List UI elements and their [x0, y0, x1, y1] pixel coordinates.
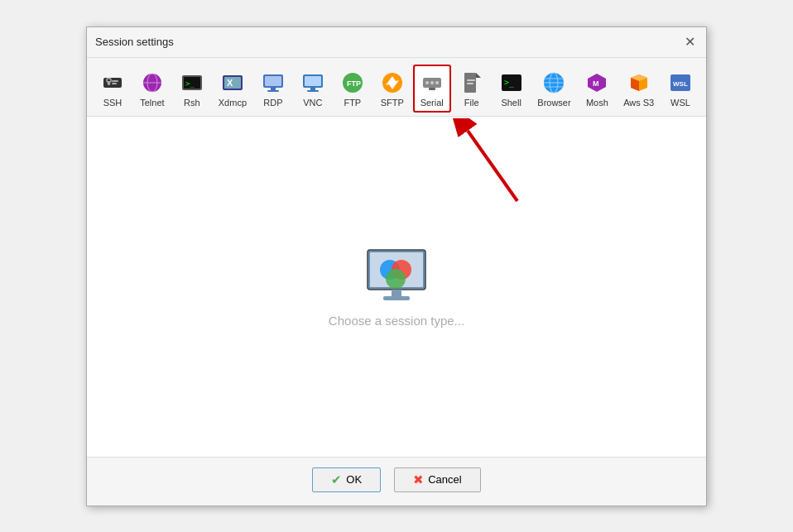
shell-label: Shell: [501, 98, 521, 108]
svg-point-26: [425, 81, 429, 84]
serial-icon: [419, 69, 445, 96]
svg-rect-52: [392, 290, 401, 296]
ftp-icon: FTP: [339, 69, 366, 96]
session-settings-dialog: Session settings ✕ SSHTelnet>_RshXXdmcpR…: [86, 26, 707, 506]
cancel-icon: ✖: [413, 472, 424, 487]
svg-rect-53: [383, 296, 410, 300]
svg-rect-15: [265, 76, 281, 86]
toolbar-item-xdmcp[interactable]: XXdmcp: [213, 65, 252, 113]
toolbar-item-shell[interactable]: >_Shell: [493, 65, 531, 113]
toolbar-item-telnet[interactable]: Telnet: [133, 65, 171, 113]
titlebar: Session settings ✕: [87, 27, 706, 58]
ok-icon: ✔: [331, 472, 342, 487]
xdmcp-label: Xdmcp: [219, 98, 247, 108]
browser-label: Browser: [537, 98, 570, 108]
ftp-label: FTP: [344, 98, 361, 108]
file-label: File: [464, 98, 479, 108]
svg-text:>_: >_: [504, 78, 515, 88]
awss3-label: Aws S3: [623, 98, 654, 108]
svg-rect-29: [429, 88, 435, 90]
rdp-label: RDP: [263, 98, 282, 108]
toolbar-item-rdp[interactable]: RDP: [254, 65, 292, 113]
toolbar-item-awss3[interactable]: Aws S3: [618, 65, 660, 113]
wsl-icon: WSL: [667, 69, 694, 96]
ok-label: OK: [346, 473, 362, 486]
xdmcp-icon: X: [219, 69, 246, 96]
svg-text:M: M: [593, 79, 599, 88]
svg-text:FTP: FTP: [347, 79, 361, 88]
serial-label: Serial: [421, 98, 444, 108]
rsh-label: Rsh: [184, 98, 200, 108]
svg-point-51: [386, 269, 406, 289]
cancel-button[interactable]: ✖ Cancel: [394, 467, 480, 492]
svg-rect-19: [305, 76, 321, 86]
placeholder-text: Choose a session type...: [329, 314, 464, 328]
toolbar-item-vnc[interactable]: VNC: [294, 65, 332, 113]
browser-icon: [541, 69, 567, 96]
svg-text:>_: >_: [185, 79, 195, 88]
svg-marker-31: [476, 73, 481, 78]
svg-rect-32: [467, 79, 475, 81]
toolbar-item-file[interactable]: File: [453, 65, 491, 113]
svg-rect-3: [112, 80, 118, 82]
mosh-label: Mosh: [586, 98, 608, 108]
svg-rect-17: [267, 90, 279, 92]
ssh-label: SSH: [103, 98, 123, 108]
ssh-icon: [99, 69, 126, 96]
svg-text:X: X: [227, 78, 233, 88]
mosh-icon: M: [584, 69, 610, 96]
toolbar-item-ssh[interactable]: SSH: [94, 65, 132, 113]
svg-rect-4: [112, 83, 117, 84]
sftp-label: SFTP: [381, 98, 404, 108]
ok-button[interactable]: ✔ OK: [312, 467, 381, 492]
svg-point-27: [430, 81, 434, 84]
toolbar-item-sftp[interactable]: SFTP: [373, 65, 411, 113]
placeholder-monitor-icon: [363, 246, 430, 304]
telnet-icon: [139, 69, 166, 96]
toolbar-item-ftp[interactable]: FTPFTP: [334, 65, 372, 113]
close-button[interactable]: ✕: [681, 34, 698, 50]
rdp-icon: [260, 69, 286, 96]
cancel-label: Cancel: [428, 473, 461, 486]
toolbar-item-serial[interactable]: Serial: [413, 65, 451, 113]
svg-text:WSL: WSL: [673, 80, 688, 88]
toolbar-item-rsh[interactable]: >_Rsh: [173, 65, 211, 113]
vnc-label: VNC: [303, 98, 322, 108]
footer: ✔ OK ✖ Cancel: [87, 457, 706, 506]
content-area: Choose a session type...: [87, 117, 706, 457]
session-type-toolbar: SSHTelnet>_RshXXdmcpRDPVNCFTPFTPSFTPSeri…: [87, 58, 706, 117]
wsl-label: WSL: [670, 98, 690, 108]
shell-icon: >_: [498, 69, 525, 96]
svg-point-28: [435, 81, 439, 84]
toolbar-item-mosh[interactable]: MMosh: [578, 65, 616, 113]
toolbar-item-wsl[interactable]: WSLWSL: [661, 65, 699, 113]
dialog-title: Session settings: [95, 36, 174, 48]
svg-rect-21: [307, 90, 319, 92]
svg-rect-33: [467, 83, 473, 84]
telnet-label: Telnet: [140, 98, 164, 108]
awss3-icon: [626, 69, 652, 96]
sftp-icon: [379, 69, 406, 96]
rsh-icon: >_: [179, 69, 205, 96]
file-icon: [459, 69, 485, 96]
toolbar-item-browser[interactable]: Browser: [532, 65, 577, 113]
vnc-icon: [300, 69, 326, 96]
